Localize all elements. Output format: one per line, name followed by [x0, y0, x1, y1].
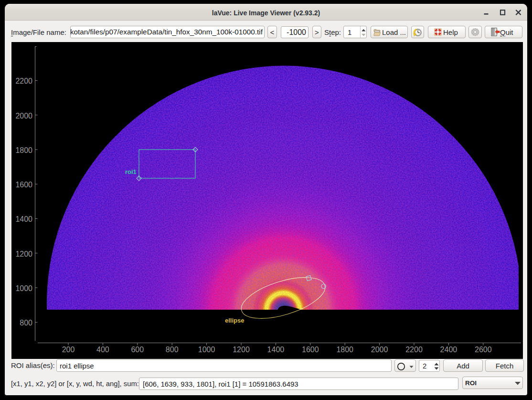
- svg-text:ellipse: ellipse: [225, 317, 244, 324]
- svg-text:2200: 2200: [15, 77, 32, 85]
- svg-text:1600: 1600: [302, 346, 319, 354]
- svg-text:1800: 1800: [15, 146, 32, 154]
- svg-text:1200: 1200: [15, 250, 32, 258]
- svg-text:roi1: roi1: [125, 168, 137, 175]
- svg-text:2400: 2400: [440, 346, 458, 354]
- svg-text:200: 200: [62, 346, 75, 354]
- svg-text:1000: 1000: [198, 346, 215, 354]
- svg-text:2000: 2000: [15, 112, 32, 120]
- svg-text:2600: 2600: [475, 346, 492, 354]
- svg-text:1600: 1600: [15, 181, 32, 189]
- svg-text:1400: 1400: [267, 346, 285, 354]
- svg-text:400: 400: [96, 346, 109, 354]
- svg-text:2200: 2200: [405, 346, 423, 354]
- svg-text:800: 800: [166, 346, 179, 354]
- svg-text:1800: 1800: [336, 346, 353, 354]
- svg-text:1200: 1200: [233, 346, 250, 354]
- svg-text:2000: 2000: [371, 346, 388, 354]
- svg-text:600: 600: [131, 346, 144, 354]
- svg-text:1400: 1400: [15, 215, 32, 223]
- svg-text:800: 800: [20, 319, 32, 327]
- svg-text:1000: 1000: [15, 284, 32, 292]
